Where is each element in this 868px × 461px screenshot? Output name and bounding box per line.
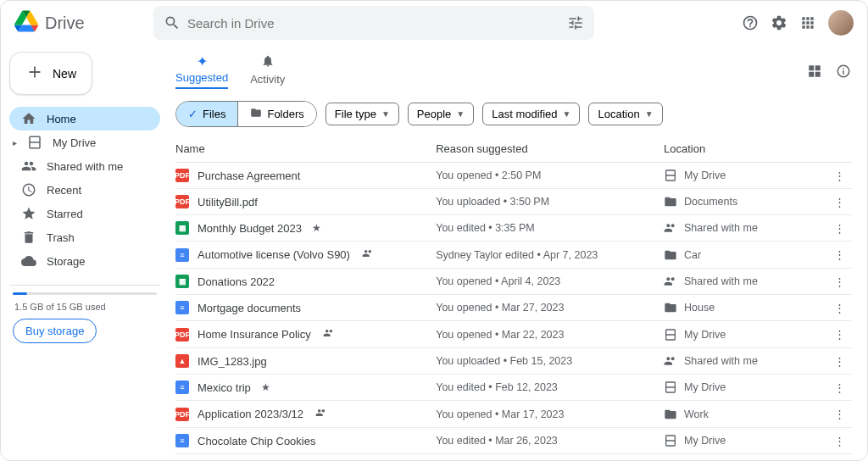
more-actions-icon[interactable]: ⋮ [826, 328, 852, 341]
more-actions-icon[interactable]: ⋮ [826, 222, 852, 235]
nav-trash[interactable]: Trash [9, 225, 160, 249]
file-name: Monthly Budget 2023 [198, 222, 302, 235]
search-bar[interactable] [153, 6, 594, 40]
location-icon [664, 169, 677, 182]
search-input[interactable] [187, 16, 567, 31]
col-location[interactable]: Location [664, 142, 826, 155]
file-type-icon: ▦ [175, 275, 189, 288]
shared-icon [362, 247, 374, 262]
more-actions-icon[interactable]: ⋮ [826, 408, 852, 420]
file-location: Documents [684, 196, 737, 208]
star-icon: ★ [312, 222, 321, 234]
more-actions-icon[interactable]: ⋮ [826, 435, 852, 447]
file-reason: You opened • Mar 22, 2023 [436, 329, 664, 341]
file-name: Mortgage documents [198, 302, 301, 314]
filter-people[interactable]: People▼ [408, 103, 474, 125]
file-list: PDFPurchase AgreementYou opened • 2:50 P… [175, 163, 852, 454]
location-icon [664, 328, 677, 342]
nav-list: Home ▸My Drive Shared with me Recent Sta… [9, 107, 160, 273]
toggle-label: Folders [267, 108, 303, 120]
file-reason: You uploaded • 3:50 PM [436, 196, 664, 208]
file-type-icon: ▦ [175, 221, 189, 235]
file-type-icon: PDF [175, 195, 189, 208]
file-reason: You opened • April 4, 2023 [436, 275, 664, 287]
search-options-icon[interactable] [567, 14, 584, 31]
nav-label: My Drive [53, 136, 96, 149]
column-headers: Name Reason suggested Location [175, 137, 852, 163]
toggle-folders[interactable]: Folders [237, 102, 315, 126]
more-actions-icon[interactable]: ⋮ [826, 381, 852, 394]
chip-label: People [417, 108, 451, 120]
grid-view-icon[interactable] [806, 63, 823, 80]
tab-suggested[interactable]: ✦ Suggested [175, 53, 228, 89]
file-row[interactable]: ≡Automotive license (Volvo S90)Sydney Ta… [175, 242, 852, 269]
file-row[interactable]: PDFHome Insurance PolicyYou opened • Mar… [175, 321, 852, 348]
more-actions-icon[interactable]: ⋮ [826, 248, 852, 261]
col-reason[interactable]: Reason suggested [436, 142, 664, 155]
more-actions-icon[interactable]: ⋮ [826, 302, 852, 314]
more-actions-icon[interactable]: ⋮ [826, 355, 852, 368]
nav-storage[interactable]: Storage [9, 249, 160, 273]
account-avatar[interactable] [828, 10, 854, 36]
nav-label: Shared with me [47, 160, 123, 173]
location-icon [664, 275, 677, 288]
more-actions-icon[interactable]: ⋮ [826, 275, 852, 288]
filter-last-modified[interactable]: Last modified▼ [482, 103, 580, 125]
file-reason: You edited • 3:35 PM [436, 222, 664, 234]
chevron-down-icon: ▼ [645, 109, 654, 119]
plus-icon [25, 63, 44, 84]
drive-logo-icon [14, 9, 38, 36]
location-icon [664, 380, 677, 394]
info-icon[interactable] [835, 63, 852, 80]
nav-home[interactable]: Home [9, 107, 160, 131]
sparkle-icon: ✦ [197, 53, 208, 69]
more-actions-icon[interactable]: ⋮ [826, 196, 852, 208]
file-type-icon: ≡ [175, 380, 189, 394]
file-location: My Drive [684, 169, 726, 181]
file-type-icon: ≡ [175, 248, 189, 262]
file-name: Mexico trip [198, 381, 251, 394]
nav-shared[interactable]: Shared with me [9, 154, 160, 178]
file-location: My Drive [684, 381, 726, 393]
file-name: Purchase Agreement [198, 169, 300, 182]
nav-starred[interactable]: Starred [9, 202, 160, 225]
chevron-down-icon: ▼ [381, 109, 390, 119]
settings-icon[interactable] [771, 14, 787, 31]
tab-activity[interactable]: Activity [250, 54, 285, 89]
cloud-icon [21, 253, 36, 269]
file-row[interactable]: ≡Chocolate Chip CookiesYou edited • Mar … [175, 428, 852, 454]
buy-storage-button[interactable]: Buy storage [13, 319, 97, 343]
nav-recent[interactable]: Recent [9, 178, 160, 202]
toggle-label: Files [203, 108, 225, 120]
new-button[interactable]: New [9, 52, 92, 95]
col-name[interactable]: Name [175, 142, 436, 155]
file-type-icon: PDF [175, 408, 189, 421]
app-logo[interactable]: Drive [14, 9, 143, 36]
filter-location[interactable]: Location▼ [588, 103, 662, 125]
file-row[interactable]: PDFPurchase AgreementYou opened • 2:50 P… [175, 163, 852, 189]
file-type-icon: PDF [175, 169, 189, 182]
file-row[interactable]: ▲IMG_1283.jpgYou uploaded • Feb 15, 2023… [175, 348, 852, 375]
file-type-icon: ≡ [175, 301, 189, 314]
more-actions-icon[interactable]: ⋮ [826, 169, 852, 182]
folder-icon [250, 107, 262, 121]
file-location: House [684, 302, 715, 314]
location-icon [664, 248, 677, 262]
nav-my-drive[interactable]: ▸My Drive [9, 131, 160, 154]
help-icon[interactable] [742, 14, 759, 31]
file-name: IMG_1283.jpg [198, 355, 267, 368]
tabs-row: ✦ Suggested Activity [175, 52, 852, 94]
chevron-down-icon: ▼ [563, 109, 571, 119]
file-row[interactable]: ≡Mexico trip★You edited • Feb 12, 2023My… [175, 375, 852, 401]
file-row[interactable]: ▦Monthly Budget 2023★You edited • 3:35 P… [175, 215, 852, 242]
filter-file-type[interactable]: File type▼ [326, 103, 399, 125]
sidebar-divider [9, 285, 160, 286]
apps-icon[interactable] [799, 14, 816, 31]
file-row[interactable]: PDFUtilityBill.pdfYou uploaded • 3:50 PM… [175, 189, 852, 215]
trash-icon [21, 230, 36, 245]
file-row[interactable]: ≡Mortgage documentsYou opened • Mar 27, … [175, 295, 852, 321]
file-row[interactable]: ▦Donations 2022You opened • April 4, 202… [175, 269, 852, 295]
toggle-files[interactable]: ✓Files [176, 102, 237, 126]
file-reason: You opened • Mar 27, 2023 [436, 302, 664, 314]
file-row[interactable]: PDFApplication 2023/3/12You opened • Mar… [175, 401, 852, 428]
